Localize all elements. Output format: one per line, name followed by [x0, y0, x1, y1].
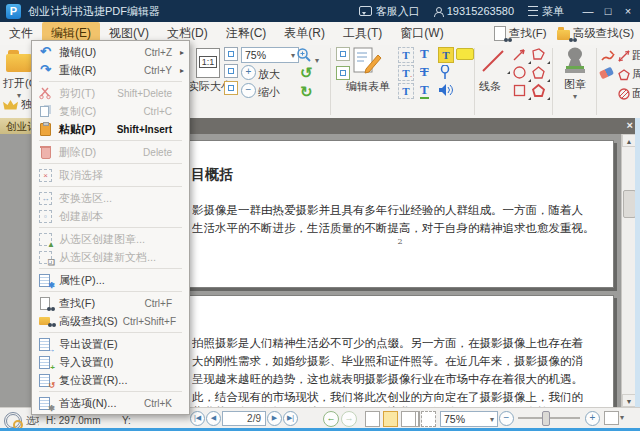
scroll-down-icon[interactable]: ▼: [622, 394, 636, 407]
cloud-tool-button[interactable]: [531, 83, 546, 100]
arrow-tool-button[interactable]: [512, 47, 527, 64]
page-number-input[interactable]: 2/9: [222, 411, 266, 426]
two-page-view-button[interactable]: [401, 411, 416, 427]
edit-image-button[interactable]: [336, 47, 350, 61]
menu-window[interactable]: 窗口(W): [391, 22, 452, 45]
area-tool-button[interactable]: 面积: [618, 86, 640, 101]
next-page-button[interactable]: ▶: [267, 411, 282, 426]
menu-item-newdoc-from-selection[interactable]: ❏ 从选区创建新文档...: [32, 248, 189, 266]
transform-selection-icon: ↔: [37, 190, 54, 206]
menu-separator: [39, 227, 182, 228]
menu-item-reset-settings[interactable]: ↺ 复位设置(R)...: [32, 371, 189, 389]
window-edge: [635, 118, 640, 428]
next-view-button[interactable]: →: [341, 411, 357, 427]
fit-visible-button[interactable]: [224, 81, 238, 95]
actual-size-button[interactable]: 1:1: [196, 48, 220, 78]
polygon-tool-button[interactable]: [531, 47, 546, 64]
rotate-left-icon[interactable]: ↺: [300, 65, 313, 80]
first-page-button[interactable]: |◀: [190, 411, 205, 426]
submenu-arrow-icon: ▸: [177, 66, 184, 75]
menu-item-export-settings[interactable]: → 导出设置(E): [32, 335, 189, 353]
menu-item-paste[interactable]: 粘贴(P)Shift+Insert: [32, 120, 189, 138]
page1-line: 生活水平的不断进步，生活质量的不断提高，对于自身的精神追求也愈发重视。: [192, 221, 609, 236]
menu-item-find[interactable]: 查找(F)Ctrl+F: [32, 294, 189, 312]
strikeout-text-button[interactable]: T: [420, 65, 429, 79]
preferences-icon: ✱: [37, 395, 54, 411]
vip-button[interactable]: 独享: [3, 97, 33, 112]
rotate-right-icon[interactable]: ↻: [300, 84, 313, 99]
add-text-button[interactable]: T: [398, 47, 414, 63]
marquee-zoom-button[interactable]: ▾: [296, 47, 319, 65]
pencil-tool-button[interactable]: [600, 47, 616, 65]
edit-form-button[interactable]: [352, 47, 382, 79]
menu-item-cut[interactable]: 剪切(T)Shift+Delete: [32, 84, 189, 102]
zoom-out-icon[interactable]: −: [241, 83, 256, 98]
highlight-area-button[interactable]: T: [438, 47, 454, 63]
scroll-up-icon[interactable]: ▲: [622, 134, 636, 147]
stamp-button[interactable]: 图章 ▾: [558, 47, 592, 101]
find-button[interactable]: 查找(F): [494, 26, 547, 41]
minimize-button[interactable]: —: [578, 5, 598, 17]
menu-item-transform-selection[interactable]: ↔ 变换选区...: [32, 189, 189, 207]
zoom-out-slider-button[interactable]: −: [499, 411, 514, 426]
line-tool-button[interactable]: [480, 48, 506, 74]
support-entry-button[interactable]: 客服入口: [359, 4, 420, 19]
sound-button[interactable]: [438, 83, 456, 99]
circle-tool-button[interactable]: [512, 65, 527, 82]
menu-tools[interactable]: 工具(T): [334, 22, 391, 45]
advanced-find-label: 高级查找(S): [573, 26, 634, 41]
polygon-icon: [531, 47, 546, 62]
menu-item-redo[interactable]: ↷ 重做(R)Ctrl+Y ▸: [32, 61, 189, 79]
pdf-page-1[interactable]: 目概括 影摄像是一群由热爱摄影并且具有多年行业经验的人群组成。一方面，随着人 生…: [186, 140, 614, 288]
menu-form[interactable]: 表单(R): [275, 22, 334, 45]
pdf-page-2[interactable]: 拍照摄影是人们精神生活必不可少的点缀。另一方面，在摄影摄像上也存在着 大的刚性需…: [186, 295, 614, 407]
previous-page-button[interactable]: ◀: [206, 411, 221, 426]
fit-page-button[interactable]: [224, 64, 238, 78]
menu-item-properties[interactable]: ✱ 属性(P)...: [32, 271, 189, 289]
distance-tool-button[interactable]: 距离: [618, 48, 640, 63]
previous-view-button[interactable]: ←: [323, 411, 339, 427]
arrow-icon: [512, 47, 527, 62]
menu-item-preferences[interactable]: ✱ 首选项(N)...Ctrl+K: [32, 394, 189, 412]
edit-text-button[interactable]: T.: [398, 65, 414, 81]
eraser-tool-button[interactable]: [599, 67, 614, 80]
menu-item-stamp-from-selection[interactable]: ▲ 从选区创建图章...: [32, 230, 189, 248]
menu-item-advanced-find[interactable]: 高级查找(S)Ctrl+Shift+F: [32, 312, 189, 330]
fit-width-button[interactable]: [224, 47, 238, 61]
status-zoom-select[interactable]: 75% ▾: [440, 411, 498, 427]
view-options-button[interactable]: [604, 411, 619, 425]
menu-item-undo[interactable]: ↶ 撤销(U)Ctrl+Z ▸: [32, 43, 189, 61]
pentagon-tool-button[interactable]: [531, 65, 546, 82]
advanced-find-button[interactable]: 高级查找(S): [557, 26, 634, 41]
app-menu-button[interactable]: 菜单: [528, 4, 564, 19]
single-page-view-button[interactable]: [365, 411, 380, 427]
menu-item-import-settings[interactable]: + 导入设置(I): [32, 353, 189, 371]
sticky-note-button[interactable]: [456, 48, 474, 60]
zoom-slider-handle[interactable]: [542, 411, 550, 426]
toolbar-zoom-select[interactable]: 75% ▾: [241, 47, 299, 63]
account-button[interactable]: 19315263580: [434, 5, 514, 17]
continuous-view-button[interactable]: [383, 411, 398, 427]
close-button[interactable]: ×: [618, 5, 638, 17]
underline-text-button[interactable]: T: [420, 83, 429, 99]
last-page-button[interactable]: ▶|: [283, 411, 298, 426]
perimeter-tool-button[interactable]: 周长: [618, 67, 640, 82]
zoom-in-icon[interactable]: +: [241, 65, 256, 80]
menu-item-copy[interactable]: 复制(C)Ctrl+C: [32, 102, 189, 120]
page2-line: 大的刚性需求，如婚纱摄影、毕业照和证件照等。在近几年来，摄影摄像的消: [192, 354, 609, 369]
menu-comment[interactable]: 注释(C): [217, 22, 276, 45]
zoom-in-slider-button[interactable]: +: [585, 411, 600, 426]
menu-item-delete[interactable]: 删除(D)Delete: [32, 143, 189, 161]
vertical-scrollbar[interactable]: ▲ ▼: [621, 134, 636, 407]
view-options-caret-icon[interactable]: ▾: [620, 413, 624, 422]
edit-object-button[interactable]: [336, 66, 350, 80]
maximize-button[interactable]: □: [598, 5, 618, 17]
square-tool-button[interactable]: [512, 83, 527, 100]
highlight-text-button[interactable]: T: [420, 47, 429, 61]
text-box-button[interactable]: T: [398, 83, 414, 99]
menu-item-deselect[interactable]: × 取消选择: [32, 166, 189, 184]
menu-item-create-duplicate[interactable]: ▫ 创建副本: [32, 207, 189, 225]
toolbar-zoom-value: 75%: [245, 49, 266, 61]
multi-page-view-button[interactable]: [421, 411, 436, 427]
attach-file-button[interactable]: [440, 65, 450, 82]
